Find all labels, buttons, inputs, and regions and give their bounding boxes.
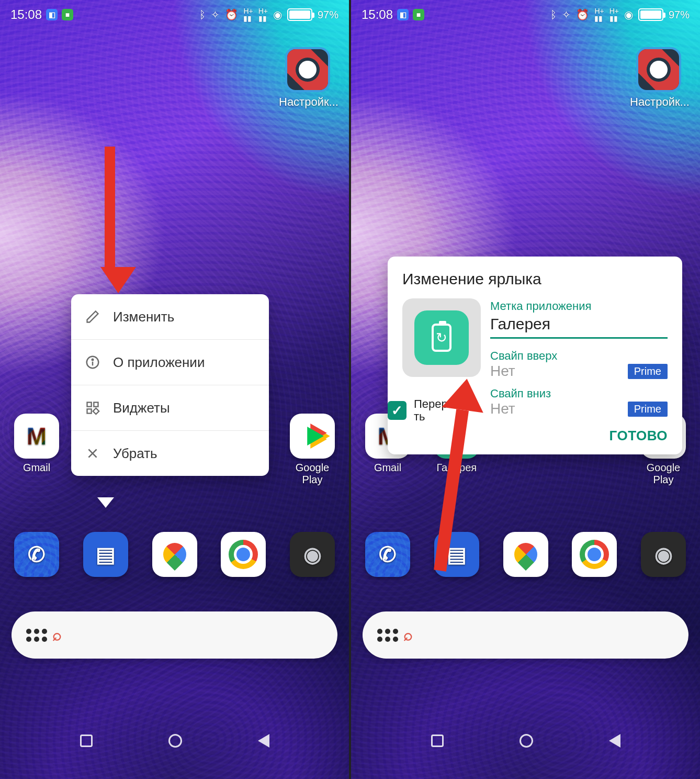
app-label-caption: Метка приложения xyxy=(490,299,668,313)
app-drawer-icon xyxy=(26,629,47,642)
search-bar[interactable]: ⌕ xyxy=(363,611,688,659)
bluetooth-icon: ᛒ xyxy=(550,9,557,21)
svg-rect-3 xyxy=(87,403,92,407)
menu-item-remove-label: Убрать xyxy=(113,446,157,462)
status-bar: 15:08 ◧ ■ ᛒ ✧ ⏰ H+▮▮ H+▮▮ ◉ 97% xyxy=(351,0,700,29)
app-phone[interactable]: ✆ xyxy=(363,532,413,580)
menu-item-about[interactable]: О приложении xyxy=(71,340,269,385)
vibrate-icon: ✧ xyxy=(562,8,571,21)
clock: 15:08 xyxy=(10,7,42,22)
nav-recent[interactable] xyxy=(431,735,444,747)
app-chrome[interactable] xyxy=(218,532,268,580)
menu-item-remove[interactable]: Убрать xyxy=(71,431,269,476)
info-icon xyxy=(84,353,101,371)
menu-item-widgets[interactable]: Виджеты xyxy=(71,385,269,431)
wifi-icon: ◉ xyxy=(273,8,282,21)
menu-item-edit-label: Изменить xyxy=(113,309,174,325)
svg-point-2 xyxy=(92,359,94,361)
menu-item-edit[interactable]: Изменить xyxy=(71,294,269,340)
dialog-title: Изменение ярлыка xyxy=(402,270,668,288)
app-label-input[interactable] xyxy=(490,313,668,339)
signal-icon-2: H+▮▮ xyxy=(258,7,268,22)
app-settings-label: Настройк... xyxy=(630,95,687,109)
signal-icon: H+▮▮ xyxy=(243,7,253,22)
nav-bar xyxy=(0,734,349,748)
battery-icon xyxy=(287,8,312,21)
battery-pct: 97% xyxy=(318,9,338,21)
nav-back[interactable] xyxy=(258,734,269,748)
search-icon: ⌕ xyxy=(52,626,62,644)
svg-rect-5 xyxy=(87,409,92,413)
app-phone[interactable]: ✆ xyxy=(12,532,62,580)
nav-recent[interactable] xyxy=(80,735,93,747)
signal-icon: H+▮▮ xyxy=(594,7,604,22)
icon-preview[interactable] xyxy=(402,298,481,377)
app-play-label: Google Play xyxy=(287,462,337,486)
status-app-icon-1: ◧ xyxy=(397,9,409,20)
nav-bar xyxy=(351,734,700,748)
app-settings-shortcut[interactable]: Настройк... xyxy=(630,47,687,109)
dock-row: ✆ ▤ ◉ xyxy=(0,532,349,580)
swipe-up-caption: Свайп вверх xyxy=(490,349,668,363)
status-app-icon-2: ■ xyxy=(62,9,73,20)
menu-item-about-label: О приложении xyxy=(113,354,205,371)
app-gmail-label: Gmail xyxy=(12,462,62,474)
status-bar: 15:08 ◧ ■ ᛒ ✧ ⏰ H+▮▮ H+▮▮ ◉ 97% xyxy=(0,0,349,29)
app-camera[interactable]: ◉ xyxy=(287,532,337,580)
vibrate-icon: ✧ xyxy=(211,8,220,21)
svg-rect-6 xyxy=(93,408,99,415)
swipe-down-row[interactable]: Нет Prime xyxy=(490,400,668,417)
dock-row: ✆ ▤ ◉ xyxy=(351,532,700,580)
checkbox-checked-icon[interactable]: ✓ xyxy=(388,401,407,420)
context-menu-tail xyxy=(97,497,114,508)
app-play-label: Google Play xyxy=(638,462,688,486)
app-maps[interactable] xyxy=(150,532,200,580)
phone-screen-left: 15:08 ◧ ■ ᛒ ✧ ⏰ H+▮▮ H+▮▮ ◉ 97% Настройк… xyxy=(0,0,349,779)
alarm-icon: ⏰ xyxy=(576,8,589,21)
app-settings-shortcut[interactable]: Настройк... xyxy=(279,47,336,109)
nav-back[interactable] xyxy=(609,734,620,748)
app-gmail-label: Gmail xyxy=(363,462,413,474)
swipe-down-caption: Свайп вниз xyxy=(490,387,668,400)
phone-screen-right: 15:08 ◧ ■ ᛒ ✧ ⏰ H+▮▮ H+▮▮ ◉ 97% Настройк… xyxy=(351,0,700,779)
swipe-up-value: Нет xyxy=(490,363,515,380)
widgets-icon xyxy=(84,399,101,417)
signal-icon-2: H+▮▮ xyxy=(609,7,619,22)
app-gmail[interactable]: M Gmail xyxy=(12,414,62,486)
app-chrome[interactable] xyxy=(569,532,619,580)
status-app-icon-1: ◧ xyxy=(46,9,58,20)
close-icon xyxy=(84,444,101,462)
nav-home[interactable] xyxy=(520,734,533,748)
app-maps[interactable] xyxy=(501,532,551,580)
annotation-arrow-down xyxy=(100,147,119,293)
done-button[interactable]: ГОТОВО xyxy=(609,428,668,444)
nav-home[interactable] xyxy=(168,734,182,748)
swipe-up-row[interactable]: Нет Prime xyxy=(490,363,668,380)
search-icon: ⌕ xyxy=(403,626,413,644)
swipe-down-value: Нет xyxy=(490,400,515,417)
edit-shortcut-dialog: Изменение ярлыка Метка приложения Свайп … xyxy=(388,257,682,454)
clock: 15:08 xyxy=(362,7,393,22)
battery-pct: 97% xyxy=(669,9,690,21)
pencil-icon xyxy=(84,308,101,326)
wifi-icon: ◉ xyxy=(624,8,633,21)
context-menu: Изменить О приложении Виджеты Убрать xyxy=(71,294,269,476)
menu-item-widgets-label: Виджеты xyxy=(113,400,170,416)
app-settings-label: Настройк... xyxy=(279,95,336,109)
prime-badge: Prime xyxy=(628,364,668,379)
app-drawer-icon xyxy=(377,629,398,642)
bluetooth-icon: ᛒ xyxy=(199,9,206,21)
prime-badge: Prime xyxy=(628,402,668,417)
svg-rect-4 xyxy=(94,403,98,407)
app-camera[interactable]: ◉ xyxy=(638,532,688,580)
battery-icon xyxy=(638,8,663,21)
status-app-icon-2: ■ xyxy=(413,9,424,20)
alarm-icon: ⏰ xyxy=(225,8,238,21)
app-messages[interactable]: ▤ xyxy=(81,532,131,580)
search-bar[interactable]: ⌕ xyxy=(12,611,337,659)
app-play[interactable]: Google Play xyxy=(287,414,337,486)
